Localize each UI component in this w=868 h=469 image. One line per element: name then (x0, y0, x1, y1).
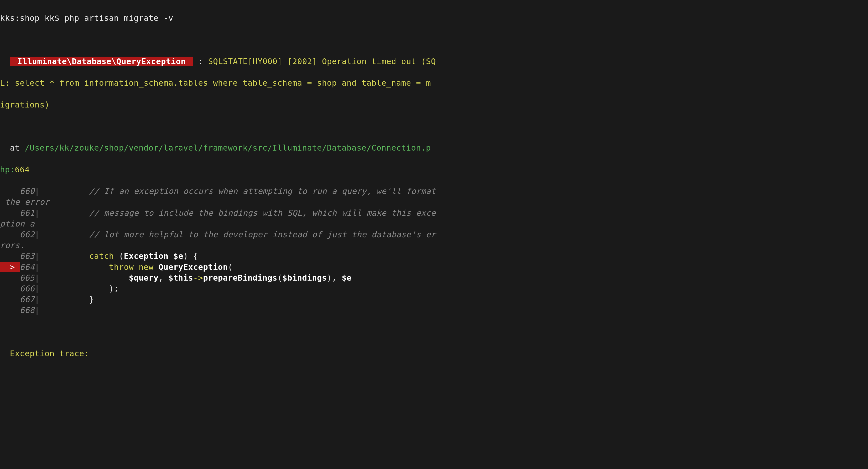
line-marker (0, 305, 20, 315)
code-token (44, 251, 89, 261)
code-line-pipe: | (35, 273, 44, 283)
code-line: 662| // lot more helpful to the develope… (0, 229, 868, 240)
code-token: -> (193, 273, 203, 283)
code-token: $this (168, 273, 193, 283)
code-line-number: 666 (20, 284, 35, 293)
at-label: at (0, 143, 25, 153)
code-token: ( (277, 273, 282, 283)
code-token: throw new (109, 262, 154, 272)
exception-message-3: igrations) (0, 100, 50, 110)
error-line-marker: > (0, 262, 20, 272)
code-line-number: 665 (20, 273, 35, 283)
line-marker (0, 230, 20, 239)
code-token: // If an exception occurs when attemptin… (44, 186, 436, 196)
code-line-number: 660 (20, 186, 35, 196)
code-token: $e (342, 273, 352, 283)
code-line-number: 662 (20, 230, 35, 239)
location-line: at /Users/kk/zouke/shop/vendor/laravel/f… (0, 143, 868, 153)
prompt: kks:shop kk$ (0, 13, 59, 23)
line-marker (0, 294, 20, 304)
exception-separator: : (193, 57, 208, 66)
file-path-1: /Users/kk/zouke/shop/vendor/laravel/fram… (25, 143, 431, 153)
code-token: ) { (183, 251, 198, 261)
code-line-pipe: | (35, 186, 44, 196)
code-token: Exception $e (124, 251, 183, 261)
code-token: // lot more helpful to the developer ins… (44, 230, 436, 239)
code-token: , (159, 273, 168, 283)
exception-message-2: L: select * from information_schema.tabl… (0, 78, 431, 88)
exception-class-badge: Illuminate\Database\QueryException (10, 57, 193, 66)
code-token: ption a (0, 219, 35, 228)
file-path-2: hp (0, 165, 10, 175)
code-token: catch (89, 251, 114, 261)
code-line: 665| $query, $this->prepareBindings($bin… (0, 273, 868, 283)
code-line-pipe: | (35, 251, 44, 261)
code-line-pipe: | (35, 284, 44, 293)
exception-message-1: SQLSTATE[HY000] [2002] Operation timed o… (208, 57, 436, 66)
code-token: ); (44, 284, 119, 293)
path-colon: : (10, 165, 15, 175)
code-line-number: 667 (20, 294, 35, 304)
code-token: ), (327, 273, 342, 283)
code-token: QueryException (159, 262, 228, 272)
code-line-number: 664 (20, 262, 35, 272)
command-text: php artisan migrate -v (59, 13, 174, 23)
code-token: ( (114, 251, 124, 261)
code-token: the error (0, 197, 50, 207)
code-line-number: 661 (20, 208, 35, 218)
line-number: 664 (15, 165, 30, 175)
code-line: 660| // If an exception occurs when atte… (0, 186, 868, 197)
line-marker (0, 251, 20, 261)
code-token (44, 273, 129, 283)
code-line-number: 663 (20, 251, 35, 261)
code-line: 667| } (0, 294, 868, 305)
line-marker (0, 284, 20, 293)
code-line: 666| ); (0, 283, 868, 294)
code-line: > 664| throw new QueryException( (0, 262, 868, 273)
code-line-pipe: | (35, 208, 44, 218)
code-line-pipe: | (35, 262, 44, 272)
code-snippet: 660| // If an exception occurs when atte… (0, 186, 868, 316)
code-token: } (44, 294, 94, 304)
terminal-output: kks:shop kk$ php artisan migrate -v Illu… (0, 2, 868, 370)
code-line: 668| (0, 305, 868, 316)
code-line: the error (0, 197, 868, 208)
code-token: ( (228, 262, 233, 272)
code-line: 661| // message to include the bindings … (0, 208, 868, 218)
line-marker (0, 186, 20, 196)
code-line: ption a (0, 218, 868, 229)
code-token (44, 262, 109, 272)
code-token: rors. (0, 241, 25, 250)
line-marker (0, 273, 20, 283)
code-token: $bindings (282, 273, 327, 283)
code-line-number: 668 (20, 305, 35, 315)
code-line-pipe: | (35, 230, 44, 239)
code-token: $query (129, 273, 159, 283)
command-line: kks:shop kk$ php artisan migrate -v (0, 13, 868, 24)
exception-line-1: Illuminate\Database\QueryException : SQL… (0, 56, 868, 67)
code-line: rors. (0, 240, 868, 251)
code-token: // message to include the bindings with … (44, 208, 436, 218)
code-line-pipe: | (35, 305, 44, 315)
exception-trace-label: Exception trace: (0, 349, 89, 358)
code-line: 663| catch (Exception $e) { (0, 251, 868, 261)
code-token (154, 262, 159, 272)
code-line-pipe: | (35, 294, 44, 304)
code-token: prepareBindings (203, 273, 277, 283)
line-marker (0, 208, 20, 218)
